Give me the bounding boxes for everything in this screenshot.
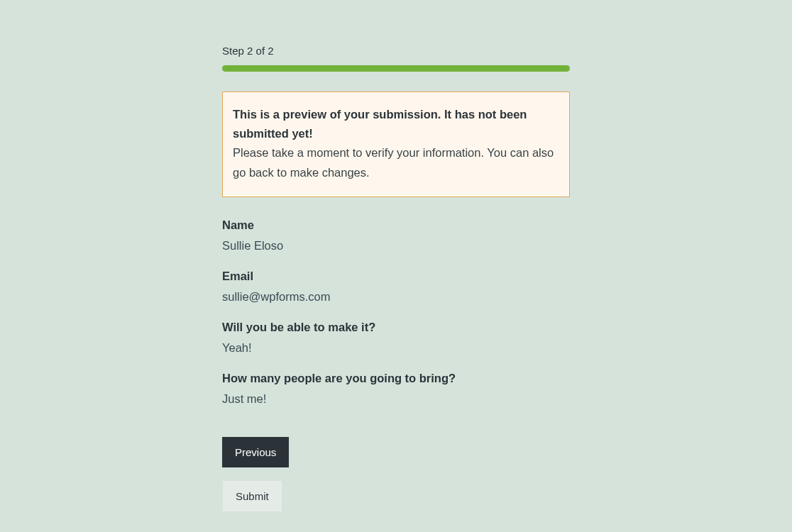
notice-description: Please take a moment to verify your info…	[233, 143, 559, 182]
field-guests-label: How many people are you going to bring?	[222, 372, 570, 385]
field-attendance-label: Will you be able to make it?	[222, 321, 570, 334]
field-email-value: sullie@wpforms.com	[222, 290, 330, 303]
form-preview-container: Step 2 of 2 This is a preview of your su…	[222, 45, 570, 532]
notice-title: This is a preview of your submission. It…	[233, 105, 559, 143]
field-guests-value: Just me!	[222, 392, 266, 405]
field-name: Name Sullie Eloso	[222, 218, 570, 253]
preview-notice: This is a preview of your submission. It…	[222, 92, 570, 197]
field-attendance-value: Yeah!	[222, 341, 252, 354]
progress-bar	[222, 65, 570, 72]
field-attendance: Will you be able to make it? Yeah!	[222, 321, 570, 355]
field-email-label: Email	[222, 270, 570, 283]
previous-button[interactable]: Previous	[222, 437, 289, 467]
field-email: Email sullie@wpforms.com	[222, 270, 570, 304]
field-guests: How many people are you going to bring? …	[222, 372, 570, 406]
step-indicator: Step 2 of 2	[222, 45, 570, 57]
field-name-value: Sullie Eloso	[222, 239, 283, 252]
field-name-label: Name	[222, 218, 570, 232]
button-row: Previous Submit	[222, 437, 570, 525]
submit-button[interactable]: Submit	[222, 480, 282, 512]
